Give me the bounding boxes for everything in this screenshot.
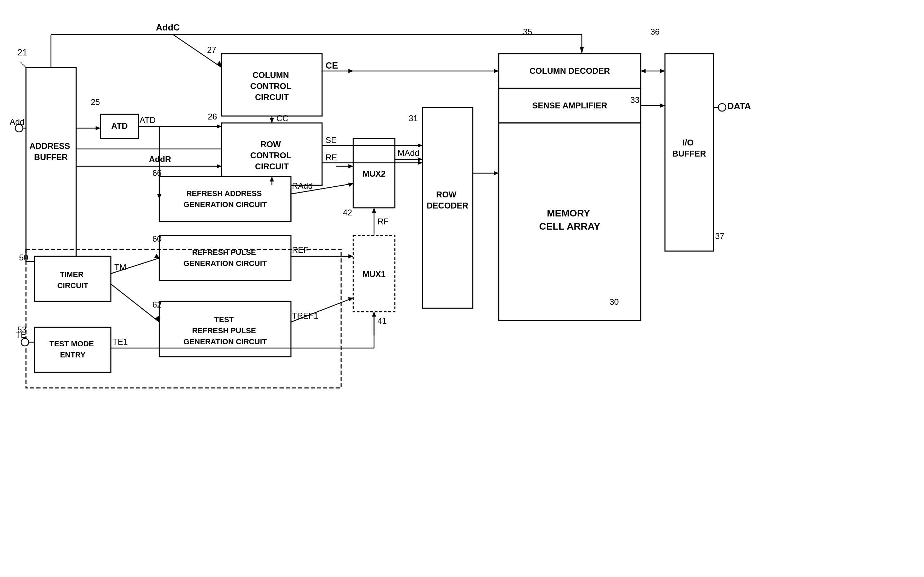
svg-point-115	[718, 103, 726, 111]
svg-text:66: 66	[152, 168, 162, 178]
svg-text:RE: RE	[325, 153, 337, 162]
svg-text:53: 53	[17, 325, 27, 334]
svg-point-98	[21, 338, 29, 346]
svg-text:RF: RF	[377, 217, 389, 226]
svg-text:31: 31	[409, 114, 418, 123]
svg-text:26: 26	[208, 112, 217, 121]
svg-text:Add: Add	[10, 117, 24, 126]
svg-text:37: 37	[715, 231, 724, 241]
diagram-svg: ADDRESS BUFFER ATD COLUMN CONTROL CIRCUI…	[0, 0, 924, 577]
svg-rect-21	[35, 327, 111, 372]
svg-text:25: 25	[91, 97, 100, 107]
svg-text:41: 41	[377, 316, 387, 326]
circuit-diagram: ADDRESS BUFFER ATD COLUMN CONTROL CIRCUI…	[0, 0, 924, 577]
svg-text:MAdd: MAdd	[398, 148, 419, 158]
svg-text:35: 35	[523, 27, 532, 36]
svg-text:REF: REF	[292, 245, 309, 255]
svg-text:CE: CE	[325, 60, 338, 71]
svg-text:42: 42	[343, 208, 352, 217]
svg-text:50: 50	[19, 253, 28, 262]
svg-text:MUX1: MUX1	[362, 269, 386, 279]
svg-rect-19	[35, 256, 111, 301]
svg-rect-13	[159, 177, 291, 222]
svg-text:COLUMN
    CONTROL
    CIRCUIT: COLUMN CONTROL CIRCUIT	[250, 70, 294, 102]
svg-text:SE: SE	[325, 135, 336, 145]
svg-text:TE1: TE1	[113, 337, 128, 347]
svg-text:30: 30	[610, 297, 619, 306]
svg-text:RAdd: RAdd	[292, 181, 313, 190]
svg-rect-1	[26, 68, 76, 261]
svg-text:33: 33	[630, 95, 640, 105]
svg-text:COLUMN DECODER: COLUMN DECODER	[530, 66, 610, 76]
svg-text:60: 60	[152, 234, 162, 243]
svg-text:TREF1: TREF1	[292, 311, 318, 320]
svg-text:SENSE AMPLIFIER: SENSE AMPLIFIER	[532, 101, 607, 110]
svg-text:21: 21	[17, 47, 27, 58]
svg-text:MUX2: MUX2	[362, 169, 386, 178]
svg-rect-15	[159, 235, 291, 280]
svg-text:CC: CC	[276, 114, 288, 123]
svg-text:36: 36	[650, 27, 660, 36]
svg-text:AddC: AddC	[156, 22, 180, 32]
svg-text:ATD: ATD	[140, 115, 156, 125]
svg-text:27: 27	[207, 45, 216, 54]
svg-text:AddR: AddR	[149, 155, 171, 164]
svg-text:DATA: DATA	[727, 101, 751, 111]
svg-text:ATD: ATD	[111, 121, 128, 131]
svg-text:62: 62	[152, 300, 162, 309]
svg-text:TM: TM	[114, 263, 126, 272]
